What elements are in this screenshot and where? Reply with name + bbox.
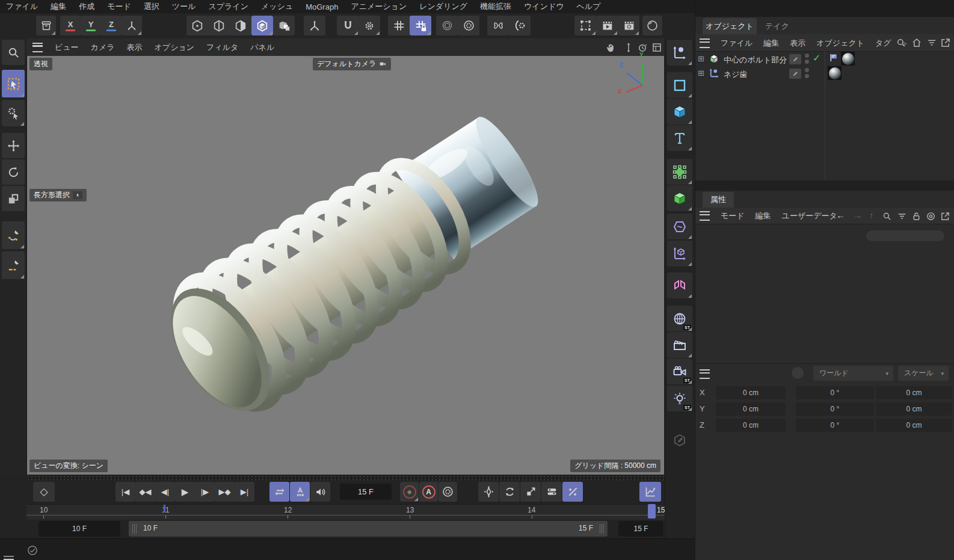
menu-tools[interactable]: ツール (172, 1, 196, 12)
go-to-end-button[interactable]: ▶| (235, 482, 254, 502)
snap-button[interactable] (337, 16, 359, 35)
spline-line-pen-tool[interactable] (2, 251, 25, 279)
viewport-search-button[interactable] (2, 40, 25, 65)
expand-toggle[interactable]: ⊞ (698, 69, 704, 78)
status-check-button[interactable] (26, 544, 38, 556)
viewport-menu-view[interactable]: ビュー (55, 42, 79, 53)
spline-primitive-button[interactable] (667, 72, 692, 98)
stage-object-button[interactable] (667, 332, 692, 358)
spline-pen-button[interactable] (667, 40, 692, 66)
deformer-button[interactable] (667, 214, 692, 239)
viewport-menu-options[interactable]: オプション (155, 42, 195, 53)
object-visibility-dots[interactable] (805, 68, 809, 78)
rotation-b-field[interactable]: 0 ° (796, 419, 874, 432)
scale-tool[interactable] (2, 186, 25, 211)
symmetry-toggle-button[interactable] (487, 16, 509, 35)
primitive-cube-button[interactable] (667, 99, 692, 125)
sky-object-button[interactable]: ST (667, 306, 692, 331)
tab-take[interactable]: テイク (759, 18, 795, 34)
menu-mograph[interactable]: MoGraph (306, 2, 338, 11)
modeling-settings-button[interactable] (509, 16, 531, 35)
range-end-field[interactable]: 15 F (618, 521, 663, 537)
om-filter-button[interactable] (926, 37, 937, 48)
attr-back-button[interactable]: ← (836, 210, 845, 220)
camera-object-button[interactable]: ST (667, 358, 692, 384)
attr-filter-button[interactable] (897, 211, 907, 221)
menu-mesh[interactable]: メッシュ (261, 1, 293, 12)
position-z-field[interactable]: 0 cm (716, 419, 786, 432)
move-tool[interactable] (2, 133, 25, 158)
attr-search-button[interactable] (882, 211, 892, 221)
lock-x-axis-button[interactable]: X (60, 16, 81, 35)
attr-up-button[interactable]: ↑ (869, 210, 874, 220)
menu-animation[interactable]: アニメーション (351, 1, 407, 12)
om-home-button[interactable] (911, 37, 922, 48)
render-settings-circle-button[interactable] (458, 16, 479, 35)
attr-menu-userdata[interactable]: ユーザーデータ (782, 211, 837, 221)
scale-y-field[interactable]: 0 cm (876, 402, 952, 416)
key-position-button[interactable] (478, 482, 499, 502)
points-mode-button[interactable] (186, 16, 208, 35)
menu-select[interactable]: 選択 (144, 1, 159, 12)
next-key-button[interactable]: ▶◆ (215, 482, 235, 502)
simulate-button[interactable] (642, 16, 662, 35)
instance-object-icon[interactable] (709, 68, 719, 79)
volume-symmetry-button[interactable] (667, 272, 692, 298)
coordinates-apply-button[interactable] (792, 367, 804, 379)
edit-render-settings-button[interactable] (618, 16, 639, 35)
timeline-drag-strip[interactable] (26, 475, 665, 481)
previous-frame-button[interactable]: ◀| (155, 482, 175, 502)
scene-helper-button[interactable] (667, 241, 692, 266)
range-slider[interactable]: 10 F 15 F (129, 521, 608, 537)
render-to-picture-viewer-button[interactable] (596, 16, 618, 35)
panel-splitter[interactable] (695, 180, 954, 191)
undo-history-button[interactable] (36, 16, 56, 35)
object-visibility-dots[interactable] (805, 54, 809, 64)
enable-axis-button[interactable] (304, 16, 325, 35)
attr-menu-mode[interactable]: モード (721, 211, 745, 221)
menu-edit[interactable]: 編集 (51, 1, 66, 12)
playhead[interactable] (648, 504, 656, 518)
attr-lock-button[interactable] (911, 211, 922, 221)
keyframe-button[interactable]: ◇ (33, 482, 55, 502)
menu-help[interactable]: ヘルプ (577, 1, 601, 12)
key-parameter-button[interactable] (541, 482, 562, 502)
rotation-h-field[interactable]: 0 ° (796, 386, 874, 399)
attr-forward-button[interactable]: → (853, 210, 862, 220)
active-tool-label[interactable]: 長方形選択 (29, 189, 87, 202)
key-rotation-button[interactable] (499, 482, 520, 502)
field-object-button[interactable] (667, 159, 692, 185)
range-slider-left-grip[interactable] (132, 524, 137, 534)
range-start-field[interactable]: 10 F (38, 521, 120, 537)
loop-playback-button[interactable] (269, 482, 289, 502)
coordinates-menu-icon[interactable] (700, 369, 710, 379)
generator-button[interactable] (667, 185, 692, 211)
tab-attributes[interactable]: 属性 (703, 192, 734, 208)
polygons-mode-button[interactable] (230, 16, 251, 35)
camera-label[interactable]: デフォルトカメラ (313, 58, 391, 70)
object-name[interactable]: 中心のボルト部分 (724, 55, 787, 66)
om-menu-edit[interactable]: 編集 (763, 38, 779, 49)
edges-mode-button[interactable] (208, 16, 230, 35)
keyframe-marker[interactable] (164, 505, 165, 512)
lock-z-axis-button[interactable]: Z (101, 16, 122, 35)
projection-label[interactable]: 透視 (29, 58, 52, 70)
material-tag[interactable] (828, 66, 842, 80)
render-region-button[interactable] (574, 16, 596, 35)
menu-extensions[interactable]: 機能拡張 (480, 1, 511, 12)
timeline-ruler[interactable] (26, 504, 665, 520)
object-edit-toggle[interactable] (789, 54, 801, 64)
next-frame-button[interactable]: |▶ (195, 482, 215, 502)
coordinate-system-button[interactable] (122, 16, 142, 35)
viewport-menu-filter[interactable]: フィルタ (206, 42, 238, 53)
om-menu-tags[interactable]: タグ (875, 38, 891, 49)
om-undock-button[interactable] (940, 37, 951, 48)
key-scale-button[interactable] (520, 482, 541, 502)
timeline-window-button[interactable] (639, 482, 661, 502)
workplane-button[interactable] (388, 16, 410, 35)
interactive-render-button[interactable] (436, 16, 458, 35)
polygon-object-icon[interactable] (709, 54, 719, 64)
record-keyframe-button[interactable]: ◆ (400, 482, 419, 502)
rectangle-selection-tool[interactable] (2, 70, 25, 97)
attr-undock-button[interactable] (940, 211, 950, 221)
